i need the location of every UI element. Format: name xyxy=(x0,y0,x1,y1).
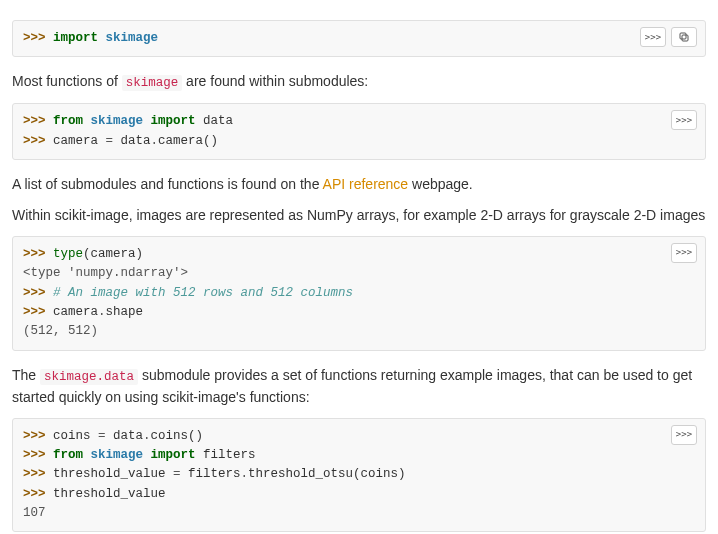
code-block: >>> >>> coins = data.coins() >>> from sk… xyxy=(12,418,706,533)
paragraph: The skimage.data submodule provides a se… xyxy=(12,365,706,408)
text: are found within submodules: xyxy=(182,73,368,89)
toggle-prompt-button[interactable]: >>> xyxy=(640,27,666,47)
inline-code: skimage.data xyxy=(40,369,138,385)
toggle-prompt-button[interactable]: >>> xyxy=(671,110,697,130)
code-tools: >>> xyxy=(671,243,697,263)
code-tools: >>> xyxy=(671,425,697,445)
inline-code: skimage xyxy=(122,75,183,91)
code: >>> coins = data.coins() >>> from skimag… xyxy=(23,427,695,524)
paragraph: A list of submodules and functions is fo… xyxy=(12,174,706,195)
code-block: >>> >>> type(camera) <type 'numpy.ndarra… xyxy=(12,236,706,351)
paragraph: Within scikit-image, images are represen… xyxy=(12,205,706,226)
code: >>> type(camera) <type 'numpy.ndarray'> … xyxy=(23,245,695,342)
svg-rect-0 xyxy=(682,35,688,41)
code-tools: >>> xyxy=(671,110,697,130)
api-reference-link[interactable]: API reference xyxy=(323,176,409,192)
text: webpage. xyxy=(408,176,473,192)
text: Most functions of xyxy=(12,73,122,89)
text: The xyxy=(12,367,40,383)
code: >>> import skimage xyxy=(23,29,695,48)
text: A list of submodules and functions is fo… xyxy=(12,176,323,192)
code-block: >>> >>> import skimage xyxy=(12,20,706,57)
code: >>> from skimage import data >>> camera … xyxy=(23,112,695,151)
paragraph: Most functions of skimage are found with… xyxy=(12,71,706,93)
svg-rect-1 xyxy=(680,33,686,39)
copy-button[interactable] xyxy=(671,27,697,47)
toggle-prompt-button[interactable]: >>> xyxy=(671,425,697,445)
toggle-prompt-button[interactable]: >>> xyxy=(671,243,697,263)
code-tools: >>> xyxy=(640,27,697,47)
code-block: >>> >>> from skimage import data >>> cam… xyxy=(12,103,706,160)
